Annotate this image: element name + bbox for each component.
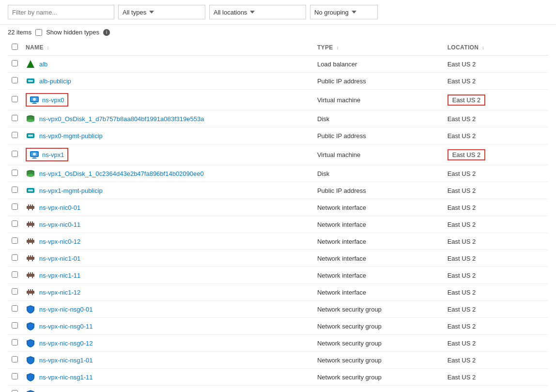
row-checkbox[interactable]: [12, 96, 18, 102]
row-checkbox[interactable]: [12, 373, 18, 379]
svg-rect-29: [27, 223, 34, 226]
resource-link[interactable]: ns-vpx-nic1-11: [39, 272, 80, 279]
resource-table-container: NAME ↕ TYPE ↕ LOCATION ↕ alb Load balanc…: [0, 40, 556, 392]
resource-type-cell: Network security group: [313, 386, 444, 392]
row-checkbox[interactable]: [12, 132, 18, 138]
row-checkbox[interactable]: [12, 220, 18, 227]
chevron-down-icon: [250, 11, 255, 14]
resource-link[interactable]: ns-vpx-nic0-12: [39, 238, 80, 245]
row-checkbox[interactable]: [12, 356, 18, 362]
svg-rect-54: [28, 289, 29, 291]
no-grouping-dropdown[interactable]: No grouping: [310, 5, 378, 19]
resource-type-cell: Public IP address: [313, 73, 444, 90]
resource-location-cell: East US 2: [444, 199, 548, 216]
row-checkbox[interactable]: [12, 151, 18, 157]
filter-input[interactable]: [8, 5, 114, 19]
all-locations-dropdown[interactable]: All locations: [209, 5, 306, 19]
icon-cell: ns-vpx-nic0-11: [26, 220, 309, 229]
icon-cell: ns-vpx0-mgmt-publicip: [26, 131, 309, 141]
resource-link[interactable]: ns-vpx1_OsDisk_1_0c2364d43e2b47fa896bf14…: [39, 170, 204, 177]
svg-marker-0: [27, 60, 34, 68]
svg-point-20: [27, 174, 34, 177]
resource-link[interactable]: ns-vpx0-mgmt-publicip: [39, 132, 103, 140]
icon-cell: ns-vpx-nic1-01: [26, 253, 309, 263]
resource-type-cell: Virtual machine: [313, 144, 444, 165]
resource-link[interactable]: ns-vpx0: [42, 96, 64, 104]
resource-link[interactable]: ns-vpx-nic1-01: [39, 255, 80, 262]
row-checkbox[interactable]: [12, 115, 18, 121]
all-types-dropdown[interactable]: All types: [118, 5, 205, 19]
svg-rect-58: [32, 294, 33, 295]
icon-cell: alb: [26, 59, 309, 69]
resource-link[interactable]: ns-vpx-nic-nsg1-01: [39, 357, 93, 364]
row-checkbox[interactable]: [12, 60, 18, 66]
nic-icon: [26, 270, 35, 280]
row-checkbox[interactable]: [12, 204, 18, 210]
svg-rect-37: [30, 238, 31, 240]
row-checkbox-cell: [8, 301, 22, 318]
location-sort-arrows: ↕: [482, 45, 484, 50]
resource-location-cell: East US 2: [444, 216, 548, 233]
row-checkbox[interactable]: [12, 288, 18, 295]
row-checkbox[interactable]: [12, 254, 18, 261]
row-checkbox[interactable]: [12, 271, 18, 278]
resource-name-cell: ns-vpx-nic1-11: [22, 267, 313, 284]
resource-link[interactable]: ns-vpx-nic0-11: [39, 221, 80, 228]
select-all-checkbox[interactable]: [12, 44, 18, 50]
pip-icon: [26, 76, 35, 86]
resource-name-cell: ns-vpx-nic1-01: [22, 250, 313, 267]
resource-type-cell: Network interface: [313, 233, 444, 250]
icon-cell: ns-vpx-nic-nsg0-01: [26, 304, 309, 314]
location-header[interactable]: LOCATION ↕: [444, 40, 548, 56]
resource-name-cell: ns-vpx0: [22, 90, 313, 110]
resource-type-cell: Network security group: [313, 301, 444, 318]
resource-link[interactable]: ns-vpx-nic-nsg0-01: [39, 306, 93, 313]
svg-rect-27: [28, 209, 29, 210]
resource-type-cell: Network interface: [313, 284, 444, 301]
row-checkbox-cell: [8, 110, 22, 127]
disk-icon: [26, 114, 35, 124]
resource-name-cell: ns-vpx1-mgmt-publicip: [22, 182, 313, 199]
resource-link[interactable]: alb-publicip: [39, 78, 71, 85]
row-checkbox[interactable]: [12, 170, 18, 176]
show-hidden-checkbox[interactable]: [35, 29, 42, 36]
svg-rect-2: [28, 80, 33, 82]
resource-link[interactable]: ns-vpx-nic0-01: [39, 204, 80, 211]
resource-link[interactable]: alb: [39, 61, 47, 68]
table-row: ns-vpx-nic0-12 Network interfaceEast US …: [8, 233, 548, 250]
row-checkbox[interactable]: [12, 237, 18, 244]
svg-rect-26: [32, 204, 33, 206]
icon-cell: ns-vpx1-mgmt-publicip: [26, 186, 309, 195]
table-row: ns-vpx-nic0-01 Network interfaceEast US …: [8, 199, 548, 216]
resource-link[interactable]: ns-vpx-nic-nsg0-12: [39, 340, 93, 347]
nic-icon: [26, 253, 35, 263]
resource-link[interactable]: ns-vpx1: [42, 151, 64, 158]
row-checkbox[interactable]: [12, 339, 18, 345]
info-icon[interactable]: i: [103, 29, 110, 36]
resource-link[interactable]: ns-vpx-nic-nsg1-11: [39, 374, 93, 381]
svg-rect-53: [27, 291, 34, 294]
resource-link[interactable]: ns-vpx-nic1-12: [39, 289, 80, 296]
nsg-icon: [26, 304, 35, 314]
type-header[interactable]: TYPE ↕: [313, 40, 444, 56]
resource-name-cell: alb-publicip: [22, 73, 313, 90]
resource-type-cell: Network interface: [313, 267, 444, 284]
row-checkbox[interactable]: [12, 305, 18, 312]
row-checkbox-cell: [8, 250, 22, 267]
row-checkbox[interactable]: [12, 77, 18, 83]
name-header[interactable]: NAME ↕: [22, 40, 313, 56]
row-checkbox[interactable]: [12, 390, 18, 392]
svg-rect-41: [27, 257, 34, 260]
resource-link[interactable]: ns-vpx-nic-nsg0-11: [39, 323, 93, 330]
table-row: ns-vpx0-mgmt-publicip Public IP addressE…: [8, 127, 548, 144]
row-checkbox[interactable]: [12, 322, 18, 329]
resource-link[interactable]: ns-vpx1-mgmt-publicip: [39, 187, 103, 194]
resource-link[interactable]: ns-vpx0_OsDisk_1_d7b757b8aa804bf1991a083…: [39, 115, 204, 123]
nic-icon: [26, 236, 35, 246]
row-checkbox-cell: [8, 369, 22, 386]
table-row: ns-vpx-nic-nsg1-01 Network security grou…: [8, 352, 548, 369]
svg-rect-50: [32, 272, 33, 274]
pip-icon: [26, 131, 35, 141]
row-checkbox[interactable]: [12, 187, 18, 193]
resource-link[interactable]: ns-vpx-nic-nsg1-12: [39, 391, 93, 392]
